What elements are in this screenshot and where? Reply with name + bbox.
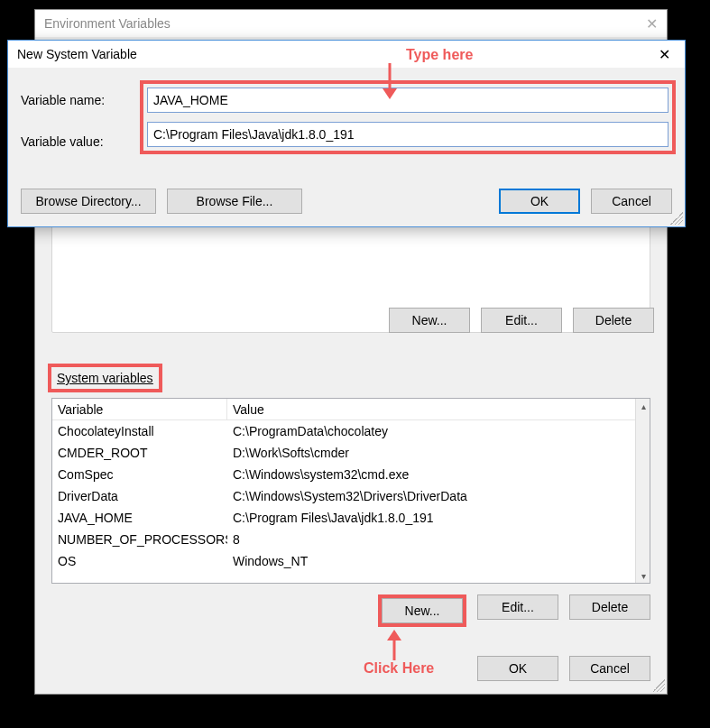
sys-header-variable[interactable]: Variable — [52, 399, 227, 419]
sys-new-button[interactable]: New... — [382, 598, 463, 623]
table-row[interactable]: ComSpecC:\Windows\system32\cmd.exe — [52, 464, 635, 485]
env-titlebar: Environment Variables ✕ — [35, 10, 667, 37]
dialog-browse-buttons: Browse Directory... Browse File... — [21, 189, 302, 214]
dialog-cancel-button[interactable]: Cancel — [591, 189, 672, 214]
scrollbar[interactable]: ▴ ▾ — [635, 399, 650, 583]
user-delete-button[interactable]: Delete — [573, 308, 654, 333]
browse-file-button[interactable]: Browse File... — [167, 189, 302, 214]
table-row[interactable]: CMDER_ROOTD:\Work\Softs\cmder — [52, 442, 635, 464]
table-row[interactable]: DriverDataC:\Windows\System32\Drivers\Dr… — [52, 485, 635, 507]
resize-grip-icon[interactable] — [652, 679, 665, 692]
browse-directory-button[interactable]: Browse Directory... — [21, 189, 156, 214]
user-vars-button-row: New... Edit... Delete — [389, 308, 654, 333]
system-variables-rows[interactable]: ChocolateyInstallC:\ProgramData\chocolat… — [52, 420, 635, 583]
dialog-title: New System Variable — [17, 47, 137, 61]
variable-value-input[interactable] — [147, 122, 669, 147]
dialog-ok-button[interactable]: OK — [499, 189, 580, 214]
variable-name-label: Variable name: — [21, 93, 105, 107]
variable-name-input[interactable] — [147, 88, 669, 113]
user-new-button[interactable]: New... — [389, 308, 470, 333]
new-system-variable-dialog: New System Variable ✕ Variable name: Var… — [7, 40, 686, 227]
resize-grip-icon[interactable] — [670, 212, 683, 225]
system-variables-label-highlight: System variables — [48, 364, 162, 392]
dialog-body: Variable name: Variable value: Browse Di… — [8, 68, 685, 226]
table-row[interactable]: OSWindows_NT — [52, 550, 635, 572]
system-variables-panel: Variable Value ChocolateyInstallC:\Progr… — [51, 398, 650, 584]
table-row[interactable]: JAVA_HOMEC:\Program Files\Java\jdk1.8.0_… — [52, 507, 635, 529]
env-window-title: Environment Variables — [44, 16, 171, 31]
table-row[interactable]: ChocolateyInstallC:\ProgramData\chocolat… — [52, 420, 635, 442]
sys-delete-button[interactable]: Delete — [569, 594, 650, 620]
dialog-titlebar: New System Variable ✕ — [8, 41, 685, 68]
env-bottom-buttons: OK Cancel — [477, 656, 650, 681]
dialog-confirm-buttons: OK Cancel — [499, 189, 672, 214]
scroll-up-icon[interactable]: ▴ — [636, 399, 650, 413]
scroll-down-icon[interactable]: ▾ — [636, 568, 650, 583]
sys-header-value[interactable]: Value — [227, 399, 650, 419]
input-fields-highlight — [140, 80, 676, 154]
system-variables-header: Variable Value — [52, 399, 650, 420]
env-cancel-button[interactable]: Cancel — [569, 656, 650, 681]
system-vars-button-row: New... Edit... Delete — [378, 594, 650, 627]
table-row[interactable]: NUMBER_OF_PROCESSORS8 — [52, 529, 635, 550]
system-variables-label: System variables — [57, 371, 153, 385]
close-icon[interactable]: ✕ — [646, 15, 658, 32]
sys-edit-button[interactable]: Edit... — [477, 594, 558, 620]
close-icon[interactable]: ✕ — [643, 41, 685, 68]
env-ok-button[interactable]: OK — [477, 656, 558, 681]
user-edit-button[interactable]: Edit... — [481, 308, 562, 333]
variable-value-label: Variable value: — [21, 134, 104, 149]
new-button-highlight: New... — [378, 594, 466, 627]
